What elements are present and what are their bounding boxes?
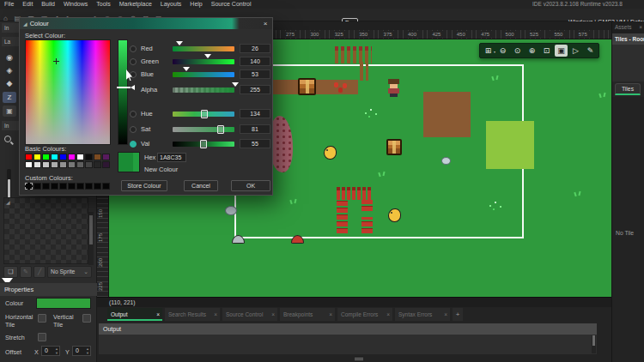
hue-slider-handle[interactable]: [201, 110, 208, 118]
layer-colour-swatch[interactable]: [36, 298, 91, 309]
custom-colour-swatch[interactable]: [42, 183, 50, 190]
ok-button[interactable]: OK: [231, 180, 270, 191]
close-icon[interactable]: ×: [386, 308, 390, 321]
room-object-red-fence-v[interactable]: [361, 200, 373, 211]
basic-colour-swatch[interactable]: [102, 154, 110, 160]
basic-colour-swatch[interactable]: [68, 154, 76, 160]
room-object-duck[interactable]: [324, 146, 337, 160]
room-object-chest[interactable]: [386, 139, 402, 155]
menu-edit[interactable]: Edit: [18, 0, 37, 9]
tab-inspector[interactable]: In: [2, 23, 19, 33]
edit-sprite-button[interactable]: ✎: [20, 266, 32, 278]
panel-resize-grip[interactable]: [355, 358, 363, 360]
layer-icon[interactable]: ◆: [3, 78, 15, 88]
room-object-grass[interactable]: [378, 172, 386, 178]
alpha-value[interactable]: 255: [240, 85, 270, 94]
zoom-fit-button[interactable]: ⊡: [540, 45, 553, 57]
offset-y-stepper[interactable]: 0▲▼: [72, 346, 91, 356]
basic-colour-swatch[interactable]: [25, 154, 33, 160]
output-tab-source-control[interactable]: Source Control ×: [222, 308, 277, 321]
val-slider[interactable]: [173, 142, 234, 147]
output-tab-search-results[interactable]: Search Results ×: [165, 308, 220, 321]
custom-colour-swatch[interactable]: [102, 183, 110, 190]
properties-header[interactable]: ◢Properties: [0, 283, 97, 296]
store-colour-button[interactable]: Store Colour: [121, 180, 167, 191]
add-sprite-button[interactable]: ❏: [3, 266, 18, 278]
room-object-grass[interactable]: [574, 191, 582, 197]
output-scrollbar[interactable]: [592, 335, 596, 353]
custom-colour-swatch[interactable]: [68, 183, 76, 190]
basic-colour-swatch[interactable]: [94, 154, 101, 160]
room-object-gate-fence[interactable]: [335, 46, 372, 63]
horizontal-tile-checkbox[interactable]: [38, 314, 46, 323]
tab-tiles[interactable]: Tiles: [615, 83, 641, 95]
sat-value[interactable]: 81: [240, 124, 270, 134]
basic-colour-swatch[interactable]: [59, 161, 67, 168]
paint-button[interactable]: ✎: [584, 45, 597, 57]
basic-colour-swatch[interactable]: [42, 154, 50, 160]
basic-colour-swatch[interactable]: [85, 161, 93, 168]
offset-x-stepper[interactable]: 0▲▼: [41, 346, 60, 356]
sat-slider-handle[interactable]: [217, 125, 224, 134]
room-object-duck[interactable]: [388, 208, 401, 222]
tab-instances[interactable]: In: [2, 121, 19, 130]
custom-colour-swatch[interactable]: [25, 183, 33, 190]
tab-assets[interactable]: Assets×: [612, 21, 644, 33]
custom-colour-swatch[interactable]: [33, 183, 41, 190]
custom-colour-swatch[interactable]: [76, 183, 84, 190]
basic-colour-swatch[interactable]: [25, 161, 33, 168]
preview-scrollbar[interactable]: [88, 212, 94, 265]
blue-radio[interactable]: [130, 71, 137, 78]
room-object-red-fence-v[interactable]: [361, 217, 373, 233]
alpha-slider[interactable]: [173, 87, 234, 93]
canvas-toggle-button[interactable]: ▣: [555, 45, 568, 57]
vertical-tile-checkbox[interactable]: [82, 314, 91, 323]
hue-radio[interactable]: [130, 111, 137, 118]
room-object-grass[interactable]: [598, 93, 607, 99]
red-radio[interactable]: [130, 45, 137, 52]
sprite-preview[interactable]: ◢: [3, 197, 88, 264]
basic-colour-swatch[interactable]: [33, 161, 41, 168]
red-slider[interactable]: [173, 46, 234, 51]
sat-slider[interactable]: [173, 127, 234, 132]
tab-layers[interactable]: La: [2, 37, 19, 46]
room-object-flowers[interactable]: [332, 81, 349, 93]
menu-build[interactable]: Build: [37, 0, 59, 9]
basic-colour-swatch[interactable]: [102, 161, 110, 168]
basic-colour-swatch[interactable]: [51, 161, 58, 168]
close-icon[interactable]: ×: [329, 308, 332, 321]
run-button[interactable]: ▷: [569, 45, 582, 57]
zoom-reset-button[interactable]: ⊙: [511, 45, 524, 57]
basic-colour-swatch[interactable]: [59, 154, 67, 160]
basic-colour-swatch[interactable]: [85, 154, 93, 160]
room-object-pebble[interactable]: [441, 157, 451, 165]
hue-value[interactable]: 134: [240, 109, 270, 118]
room-object-chest[interactable]: [298, 78, 316, 95]
dialog-titlebar[interactable]: ◢Colour ×: [20, 18, 272, 29]
room-object-red-fence-h[interactable]: [337, 187, 373, 200]
green-slider-handle[interactable]: [204, 54, 211, 58]
layer-icon[interactable]: ◉: [3, 52, 15, 63]
tiles-list-area[interactable]: No Tile: [612, 97, 644, 362]
zoom-out-button[interactable]: ⊖: [496, 45, 509, 57]
blue-slider-handle[interactable]: [183, 67, 190, 71]
green-value[interactable]: 140: [240, 57, 270, 66]
layer-icon[interactable]: ◈: [3, 65, 15, 75]
green-slider[interactable]: [173, 59, 234, 64]
close-icon[interactable]: ×: [156, 308, 160, 321]
basic-colour-swatch[interactable]: [42, 161, 50, 168]
custom-colour-swatch[interactable]: [59, 183, 67, 190]
blue-value[interactable]: 53: [240, 69, 270, 79]
close-icon[interactable]: ×: [444, 308, 447, 321]
output-tab-breakpoints[interactable]: Breakpoints ×: [280, 308, 335, 321]
menu-help[interactable]: Help: [185, 0, 206, 9]
add-tab-button[interactable]: +: [453, 308, 463, 321]
room-object-sparkle[interactable]: [488, 202, 500, 210]
room-object-character[interactable]: [388, 79, 399, 97]
val-value[interactable]: 55: [240, 139, 270, 148]
red-value[interactable]: 26: [240, 44, 270, 53]
close-icon[interactable]: ×: [271, 308, 275, 321]
close-icon[interactable]: ×: [214, 308, 217, 321]
room-object-green-square[interactable]: [486, 121, 534, 169]
search-icon[interactable]: [4, 136, 11, 142]
